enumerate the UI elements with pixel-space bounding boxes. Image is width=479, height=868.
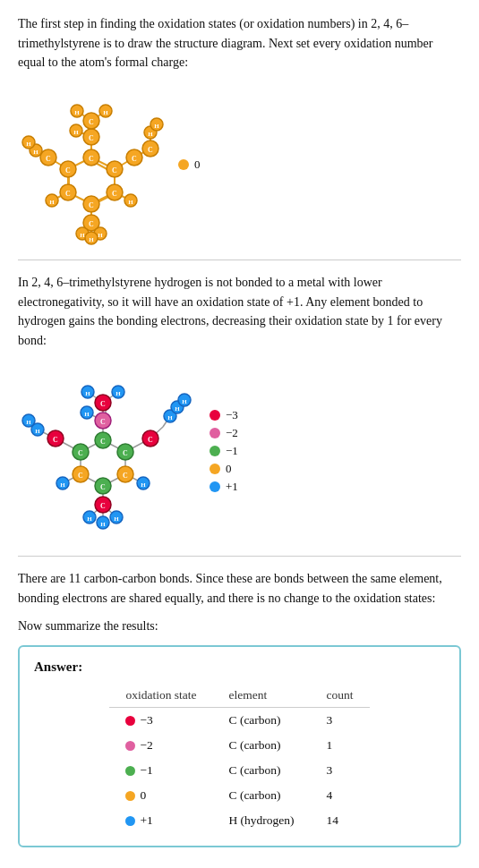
svg-text:H: H: [141, 481, 146, 489]
section1-text: The first step in finding the oxidation …: [18, 14, 461, 72]
section2-text: In 2, 4, 6–trimethylstyrene hydrogen is …: [18, 273, 461, 351]
svg-text:C: C: [89, 155, 94, 163]
count-cell: 3: [311, 707, 370, 733]
legend-label-0: 0: [226, 462, 232, 476]
svg-text:C: C: [100, 400, 106, 408]
svg-text:H: H: [148, 131, 153, 138]
svg-text:H: H: [167, 414, 173, 421]
svg-text:H: H: [89, 236, 94, 243]
element-cell: C (carbon): [213, 733, 311, 758]
table-row: −1C (carbon)3: [109, 758, 369, 783]
dot-m1: [210, 446, 220, 456]
svg-text:C: C: [100, 438, 106, 446]
section2-legend: −3 −2 −1 0 +1: [210, 408, 238, 494]
state-value: −2: [140, 738, 152, 752]
svg-text:H: H: [154, 123, 159, 130]
state-cell: 0: [109, 783, 212, 808]
state-dot: [125, 791, 135, 801]
molecule2-svg: C C C C C C C C H H H C H H H C H H H C …: [18, 360, 197, 543]
molecule1-svg: C C C C C C C C H H H C C H H C H H H C …: [18, 81, 166, 247]
svg-text:C: C: [78, 472, 83, 480]
dot-m2: [210, 428, 220, 438]
element-cell: C (carbon): [213, 783, 311, 808]
count-cell: 14: [311, 808, 370, 833]
svg-text:H: H: [74, 109, 80, 116]
svg-text:C: C: [65, 190, 71, 198]
state-dot: [125, 766, 135, 776]
svg-text:C: C: [112, 190, 117, 198]
col-header-count: count: [311, 684, 370, 708]
state-cell: −1: [109, 758, 212, 783]
svg-text:C: C: [78, 449, 83, 457]
dot-p1: [210, 481, 220, 492]
svg-text:C: C: [89, 118, 94, 126]
svg-text:H: H: [115, 390, 121, 397]
state-cell: +1: [109, 808, 212, 833]
table-header-row: oxidation state element count: [109, 684, 369, 708]
svg-text:H: H: [35, 428, 40, 435]
svg-text:C: C: [148, 146, 153, 154]
svg-text:H: H: [33, 149, 38, 156]
molecule2-area: C C C C C C C C H H H C H H H C H H H C …: [18, 360, 461, 543]
dot-m3: [210, 410, 220, 421]
table-row: 0C (carbon)4: [109, 783, 369, 808]
count-cell: 3: [311, 758, 370, 783]
element-cell: C (carbon): [213, 707, 311, 733]
section2: In 2, 4, 6–trimethylstyrene hydrogen is …: [18, 273, 461, 543]
svg-text:C: C: [112, 166, 117, 174]
svg-text:C: C: [100, 483, 106, 491]
state-dot: [125, 741, 135, 751]
divider2: [18, 556, 461, 557]
table-row: −2C (carbon)1: [109, 733, 369, 758]
legend-label-0: 0: [194, 157, 201, 172]
state-value: 0: [140, 788, 146, 802]
answer-box: Answer: oxidation state element count −3…: [18, 645, 461, 847]
svg-text:H: H: [100, 521, 106, 528]
count-cell: 4: [311, 783, 370, 808]
svg-text:H: H: [98, 232, 103, 239]
state-value: +1: [140, 813, 152, 827]
svg-text:C: C: [148, 436, 153, 444]
state-cell: −3: [109, 707, 212, 733]
legend-label-m1: −1: [226, 444, 238, 458]
svg-text:H: H: [182, 398, 187, 405]
dot-0: [210, 464, 220, 474]
svg-text:H: H: [26, 140, 31, 148]
legend-dot-0: [178, 159, 189, 170]
legend-item-m1: −1: [210, 444, 238, 458]
legend-label-m2: −2: [226, 426, 238, 440]
svg-text:H: H: [26, 419, 31, 426]
answer-label: Answer:: [34, 660, 445, 675]
svg-text:H: H: [114, 515, 119, 523]
count-cell: 1: [311, 733, 370, 758]
col-header-element: element: [213, 684, 311, 708]
svg-text:C: C: [53, 436, 58, 444]
svg-text:C: C: [100, 502, 106, 510]
svg-text:H: H: [85, 390, 90, 397]
legend-item-m3: −3: [210, 408, 238, 422]
table-row: −3C (carbon)3: [109, 707, 369, 733]
state-cell: −2: [109, 733, 212, 758]
legend-label-m3: −3: [226, 408, 238, 422]
state-value: −3: [140, 713, 152, 727]
state-dot: [125, 716, 135, 726]
col-header-state: oxidation state: [109, 684, 212, 708]
molecule1-area: C C C C C C C C H H H C C H H C H H H C …: [18, 81, 461, 247]
svg-text:H: H: [175, 405, 180, 413]
svg-text:C: C: [89, 201, 94, 209]
svg-text:H: H: [128, 199, 133, 206]
svg-text:H: H: [87, 515, 92, 523]
state-dot: [125, 816, 135, 826]
element-cell: H (hydrogen): [213, 808, 311, 833]
legend-item-m2: −2: [210, 426, 238, 440]
legend-label-p1: +1: [226, 480, 238, 494]
svg-text:H: H: [84, 411, 90, 418]
answer-table: oxidation state element count −3C (carbo…: [109, 684, 369, 833]
svg-text:H: H: [103, 109, 108, 116]
svg-text:C: C: [46, 155, 51, 163]
svg-text:H: H: [49, 199, 55, 206]
section3-text1: There are 11 carbon-carbon bonds. Since …: [18, 569, 461, 608]
divider1: [18, 260, 461, 260]
svg-text:C: C: [123, 449, 128, 457]
table-row: +1H (hydrogen)14: [109, 808, 369, 833]
